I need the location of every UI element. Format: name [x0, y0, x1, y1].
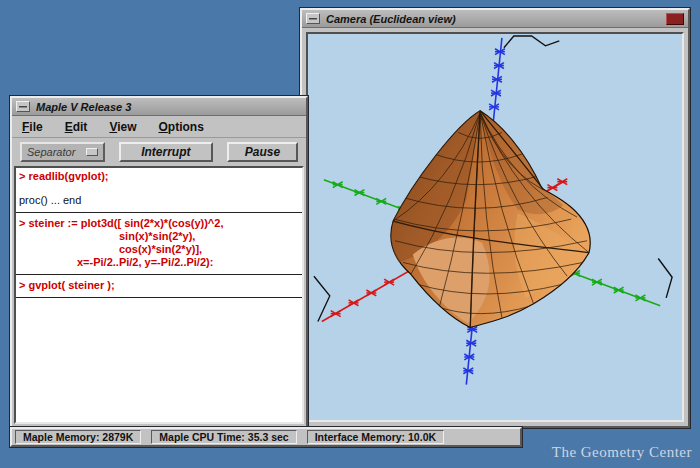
separator-option-menu[interactable]: Separator [20, 142, 105, 162]
output-line-proc: proc() ... end [19, 194, 299, 207]
maple-window-title: Maple V Release 3 [36, 101, 302, 113]
separator-option-label: Separator [27, 146, 75, 158]
menu-options[interactable]: Options [159, 120, 204, 134]
group-separator [16, 274, 302, 275]
pause-button[interactable]: Pause [227, 142, 298, 162]
geometry-center-credit: The Geometry Center [552, 444, 692, 461]
input-line-steiner-4[interactable]: x=-Pi/2..Pi/2, y=-Pi/2..Pi/2): [19, 256, 299, 269]
maple-titlebar[interactable]: Maple V Release 3 [12, 98, 306, 116]
input-line-gvplot[interactable]: > gvplot( steiner ); [19, 279, 299, 292]
desktop: Camera (Euclidean view) [0, 0, 700, 468]
maple-menubar: File Edit View Options [12, 116, 306, 138]
maple-status-bar: Maple Memory: 2879K Maple CPU Time: 35.3… [10, 427, 522, 447]
menu-view[interactable]: View [109, 120, 136, 134]
camera-window-button-icon[interactable] [666, 13, 684, 25]
interface-memory-status: Interface Memory: 10.0K [307, 430, 444, 444]
maple-cpu-status: Maple CPU Time: 35.3 sec [151, 430, 296, 444]
menu-edit[interactable]: Edit [65, 120, 88, 134]
option-menu-indicator-icon [86, 148, 98, 156]
camera-window: Camera (Euclidean view) [300, 8, 690, 428]
maple-window: Maple V Release 3 File Edit View Options… [10, 96, 308, 428]
input-line-steiner-3[interactable]: cos(x)*sin(2*y)], [19, 243, 299, 256]
input-line-steiner-1[interactable]: > steiner := plot3d([ sin(2*x)*(cos(y))^… [19, 217, 299, 230]
maple-toolbar: Separator Interrupt Pause [12, 138, 306, 166]
camera-window-title: Camera (Euclidean view) [326, 13, 660, 25]
camera-titlebar[interactable]: Camera (Euclidean view) [302, 10, 688, 28]
maple-worksheet[interactable]: > readlib(gvplot); proc() ... end > stei… [14, 166, 304, 424]
camera-3d-viewport[interactable] [306, 32, 684, 422]
maple-memory-status: Maple Memory: 2879K [15, 430, 141, 444]
steiner-surface [391, 111, 590, 328]
input-line-readlib[interactable]: > readlib(gvplot); [19, 170, 299, 183]
interrupt-button[interactable]: Interrupt [119, 142, 213, 162]
plot-canvas [308, 34, 682, 420]
window-menu-icon[interactable] [16, 101, 30, 112]
input-line-steiner-2[interactable]: sin(x)*sin(2*y), [19, 230, 299, 243]
window-menu-icon[interactable] [306, 13, 320, 24]
group-separator [16, 297, 302, 298]
group-separator [16, 212, 302, 213]
menu-file[interactable]: File [22, 120, 43, 134]
